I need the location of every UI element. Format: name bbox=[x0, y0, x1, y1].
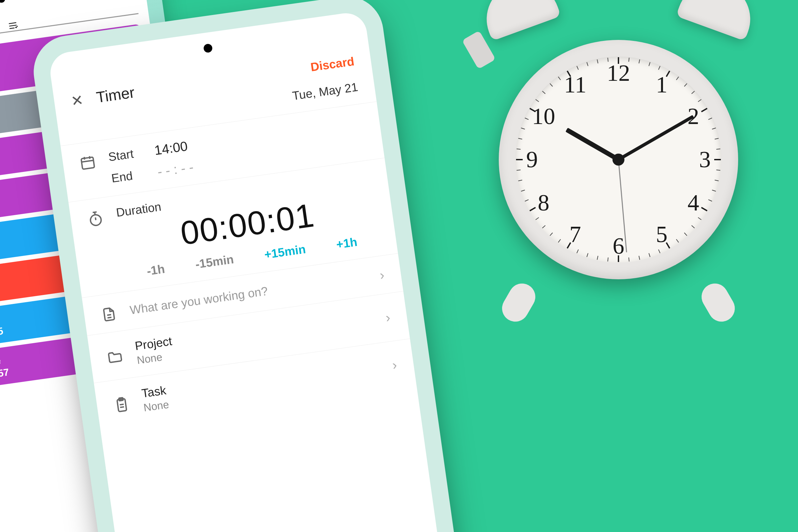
clock-tick bbox=[529, 207, 536, 211]
clock-tick bbox=[521, 128, 525, 130]
clock-tick bbox=[658, 249, 660, 253]
clock-tick bbox=[708, 118, 712, 120]
clock-hour-hand bbox=[566, 128, 620, 162]
end-value: - - : - - bbox=[157, 159, 194, 179]
clock-tick bbox=[628, 258, 629, 261]
clock-leg-left bbox=[497, 279, 540, 326]
clock-tick bbox=[716, 170, 720, 171]
svg-rect-5 bbox=[81, 157, 94, 169]
start-label: Start bbox=[108, 146, 142, 164]
clock-tick bbox=[576, 66, 579, 70]
clock-tick bbox=[691, 225, 695, 228]
clock-tick bbox=[550, 232, 553, 236]
close-button[interactable]: ✕ bbox=[70, 91, 84, 109]
clock-tick bbox=[676, 76, 679, 80]
clock-tick bbox=[597, 256, 598, 260]
clipboard-icon bbox=[113, 395, 131, 413]
clock-tick bbox=[639, 256, 640, 260]
clock-leg-right bbox=[697, 279, 740, 326]
clock-tick bbox=[535, 217, 539, 220]
page-title: Timer bbox=[95, 83, 136, 107]
clock-number: 11 bbox=[564, 72, 586, 98]
clock-number: 7 bbox=[570, 221, 581, 248]
clock-tick bbox=[517, 149, 521, 150]
end-label: End bbox=[110, 167, 145, 186]
clock-center bbox=[612, 154, 624, 166]
clock-face: 121234567891011 bbox=[515, 57, 722, 263]
clock-tick bbox=[587, 62, 589, 66]
discard-button[interactable]: Discard bbox=[309, 54, 355, 74]
clock-tick bbox=[587, 253, 589, 257]
clock-tick bbox=[684, 83, 687, 87]
clock-tick bbox=[716, 149, 720, 150]
document-icon bbox=[100, 305, 118, 323]
clock-tick bbox=[550, 83, 553, 87]
clock-tick bbox=[698, 217, 702, 220]
clock-tick bbox=[597, 59, 598, 63]
chevron-right-icon: › bbox=[385, 310, 391, 325]
plus-1h-button[interactable]: +1h bbox=[336, 235, 358, 251]
clock-tick bbox=[649, 253, 651, 257]
clock-tick bbox=[618, 57, 619, 64]
clock-number: 4 bbox=[688, 190, 699, 216]
clock-tick bbox=[649, 62, 651, 66]
clock-tick bbox=[558, 239, 561, 243]
clock-number: 8 bbox=[538, 190, 549, 216]
task-label: Task bbox=[141, 383, 168, 400]
clock-tick bbox=[715, 138, 719, 139]
clock-bell-right bbox=[676, 0, 761, 41]
clock-tick bbox=[518, 138, 522, 139]
clock-number: 10 bbox=[532, 103, 555, 130]
clock-number: 1 bbox=[656, 72, 668, 98]
clock-tick bbox=[525, 118, 529, 120]
clock-tick bbox=[542, 225, 545, 228]
clock-tick bbox=[639, 59, 640, 63]
clock-tick bbox=[525, 199, 529, 202]
plus-15min-button[interactable]: +15min bbox=[263, 242, 307, 262]
stopwatch-icon bbox=[87, 210, 104, 228]
clock-tick bbox=[715, 180, 719, 181]
clock-tick bbox=[701, 108, 707, 112]
clock-number: 9 bbox=[526, 146, 538, 173]
clock-body: 121234567891011 bbox=[499, 40, 738, 279]
clock-tick bbox=[517, 170, 521, 171]
clock-tick bbox=[691, 91, 695, 94]
phone-timer: ✕ Timer Discard Tue, May 21 Start 14:00 … bbox=[37, 0, 456, 532]
clock-bell-left bbox=[476, 0, 561, 41]
working-on-placeholder: What are you working on? bbox=[129, 284, 269, 317]
clock-tick bbox=[684, 232, 687, 236]
clock-number: 5 bbox=[656, 221, 668, 248]
calendar-icon bbox=[79, 154, 97, 172]
clock-tick bbox=[712, 190, 716, 192]
alarm-clock: 121234567891011 bbox=[459, 0, 778, 312]
clock-tick bbox=[676, 239, 679, 243]
clock-tick bbox=[521, 190, 525, 192]
clock-tick bbox=[618, 255, 619, 262]
chevron-right-icon: › bbox=[391, 357, 398, 373]
clock-tick bbox=[542, 91, 545, 94]
clock-tick bbox=[701, 207, 707, 211]
clock-tick bbox=[708, 199, 712, 202]
minus-1h-button[interactable]: -1h bbox=[146, 262, 166, 278]
folder-icon bbox=[106, 348, 124, 366]
clock-tick bbox=[714, 159, 721, 160]
clock-tick bbox=[535, 99, 539, 102]
task-value: None bbox=[143, 398, 170, 414]
minus-15min-button[interactable]: -15min bbox=[194, 252, 235, 272]
clock-tick bbox=[558, 76, 561, 80]
clock-tick bbox=[658, 66, 660, 70]
clock-tick bbox=[516, 159, 523, 160]
clock-number: 12 bbox=[607, 60, 630, 87]
start-value: 14:00 bbox=[154, 139, 189, 158]
clock-tick bbox=[698, 99, 702, 102]
chevron-right-icon: › bbox=[379, 267, 385, 283]
clock-minute-hand bbox=[618, 115, 694, 161]
clock-tick bbox=[712, 128, 716, 130]
clock-tick bbox=[576, 249, 579, 253]
clock-number: 2 bbox=[688, 103, 699, 130]
clock-number: 3 bbox=[699, 146, 711, 173]
list-tab-icon[interactable] bbox=[4, 20, 22, 32]
clock-tick bbox=[518, 180, 522, 181]
clock-tick bbox=[607, 258, 608, 261]
